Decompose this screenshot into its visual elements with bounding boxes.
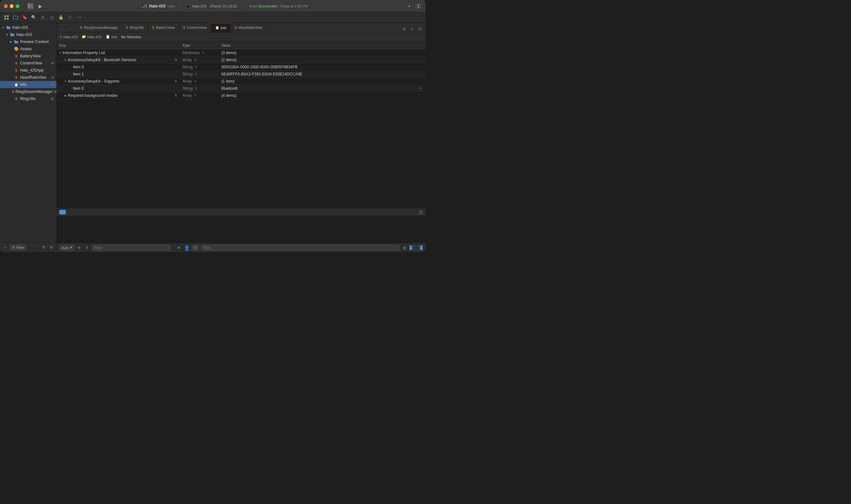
tab-back-button[interactable]: ‹ (59, 25, 66, 32)
build-time: Today at 1:56 PM (280, 4, 308, 8)
bottom-right-content (173, 216, 425, 243)
sidebar-item-contentview[interactable]: ▶ S ContentView M (0, 59, 56, 67)
type-stepper-5[interactable]: ⇅ (194, 86, 198, 91)
maximize-button[interactable] (16, 4, 19, 8)
breadcrumb-selection[interactable]: No Selection (121, 35, 141, 39)
search-icon[interactable]: 🔍 (30, 14, 38, 21)
sidebar-item-heartrateview[interactable]: ▶ S HeartRateView A (0, 74, 56, 81)
list-view-button[interactable]: ≡ (409, 25, 415, 32)
sidebar-item-info[interactable]: ▶ 📋 Info M (0, 81, 56, 88)
plist-row-item0-bt[interactable]: ▶ Item 0 String ⇅ 0000180A-0000-1000-800… (57, 64, 425, 71)
sidebar-item-preview-content[interactable]: ▶ Preview Content (0, 38, 56, 46)
key-stepper-1[interactable]: ⇅ (173, 57, 179, 62)
square-icon[interactable]: □ (66, 14, 74, 21)
plist-row-info-prop-list[interactable]: ▼ Information Property List Dictionary ⇅… (57, 49, 425, 56)
sidebar-item-root[interactable]: ▼ Halo-iOS (0, 24, 56, 31)
lock-icon[interactable]: 🔒 (57, 14, 65, 21)
run-button[interactable]: ▶ (36, 2, 44, 10)
add-button[interactable]: + (406, 3, 412, 10)
type-stepper-4[interactable]: ⇅ (193, 79, 198, 84)
scope-selector[interactable]: ⊙ Filter (10, 245, 26, 250)
type-stepper-1[interactable]: ⇅ (193, 58, 198, 62)
batteryview-label: BatteryView (20, 54, 55, 58)
screenshot-button[interactable]: ⊡ (419, 210, 423, 215)
breadcrumb-group[interactable]: 📁 Halo-iOS (82, 35, 102, 39)
tab-contentview[interactable]: S ContentView (179, 23, 211, 32)
breadcrumb-file[interactable]: 📋 Info (106, 35, 117, 39)
plist-row-bg-modes[interactable]: ▶ Required background modes ⇅ Array ⇅ (4… (57, 92, 425, 99)
svg-rect-7 (7, 15, 9, 17)
tab-info[interactable]: 📋 Info (211, 23, 231, 32)
tab-heartrateview-label: HeartRateView (238, 25, 263, 30)
split-right-button[interactable] (417, 245, 423, 251)
warning-icon[interactable]: ⚠ (39, 14, 47, 21)
auto-chevron: ▾ (70, 246, 72, 250)
split-view-button[interactable]: ⊡ (416, 25, 423, 32)
key-stepper-6[interactable]: ⇅ (173, 93, 179, 98)
sidebar-item-halo-ios-app[interactable]: ▶ S Halo_iOSApp (0, 67, 56, 74)
type-stepper-2[interactable]: ⇅ (194, 65, 198, 69)
tab-ringsessionmanager[interactable]: S RingSessionManager (76, 23, 122, 32)
grid-icon[interactable] (3, 14, 11, 21)
chevron-down-icon: ▼ (1, 25, 5, 30)
sidebar-item-ringutils[interactable]: ▶ S RingUtils M (0, 95, 56, 102)
tab-ringutils[interactable]: S RingUtils (122, 23, 148, 32)
key-stepper-4[interactable]: ⇅ (173, 79, 179, 84)
key-text-1: AccessorySetupKit - Bluetooth Services (68, 58, 173, 62)
value-text-1: (2 items) (221, 58, 236, 62)
sidebar-item-group[interactable]: ▼ Halo-iOS (0, 31, 56, 38)
expand-button[interactable]: ⊞ (48, 244, 54, 251)
bottom-left-content (57, 216, 173, 243)
row-chevron-4[interactable]: ▼ (63, 79, 68, 84)
value-stepper-5[interactable]: ⇅ (419, 86, 423, 91)
svg-rect-15 (418, 246, 420, 250)
info-badge: M (50, 83, 55, 87)
plist-row-supports[interactable]: ▼ AccessorySetupKit - Supports ⇅ Array ⇅… (57, 78, 425, 85)
tab-forward-button[interactable]: › (67, 25, 74, 32)
minimize-button[interactable] (10, 4, 14, 8)
svg-rect-12 (14, 41, 18, 43)
sidebar-item-assets[interactable]: ▶ 🎨 Assets (0, 46, 56, 53)
project-name: Halo-iOS (149, 4, 165, 8)
project-bc-icon: ⊙ (59, 35, 62, 39)
user-button[interactable]: 👤 (184, 245, 190, 251)
breadcrumb-project[interactable]: ⊙ Halo-iOS (59, 35, 78, 39)
trash-button[interactable]: 🗑 (402, 245, 407, 251)
close-button[interactable] (4, 4, 8, 8)
auto-scope-button[interactable]: Auto ▾ (59, 245, 74, 251)
plist-row-item0-bt2[interactable]: ▶ Item 0 String ⇅ Bluetooth ⇅ (57, 85, 425, 92)
filter-right-input[interactable] (201, 245, 400, 251)
tab-batteryview[interactable]: S BatteryView (148, 23, 179, 32)
sidebar-item-batteryview[interactable]: ▶ S BatteryView (0, 53, 56, 59)
key-text-5: Item 0 (73, 86, 179, 91)
filter-left-input[interactable] (92, 245, 171, 251)
row-chevron-1[interactable]: ▼ (63, 58, 68, 62)
options-icon[interactable]: ⋯ (75, 14, 83, 21)
folder-icon[interactable] (12, 14, 19, 21)
row-chevron-0[interactable]: ▼ (58, 51, 63, 55)
plist-row-item1-bt[interactable]: ▶ Item 1 String ⇅ 6E40FFF0-B5A3-F393-E0A… (57, 71, 425, 78)
diamond-icon[interactable]: ◇ (48, 14, 56, 21)
type-stepper-3[interactable]: ⇅ (194, 72, 198, 76)
filter-scope-right[interactable]: ⊙ (192, 245, 199, 251)
eye-button-right[interactable]: 👁 (176, 245, 182, 251)
sidebar-item-ringsessionmanager[interactable]: ▶ S RingSessionManager M (0, 88, 56, 95)
split-left-button[interactable] (409, 245, 415, 251)
refresh-button[interactable]: ⇄ (401, 25, 407, 32)
sidebar-bottombar: + ⊙ Filter ⇅ ⊞ (0, 242, 56, 252)
layout-button[interactable] (415, 3, 422, 10)
eye-button[interactable]: 👁 (76, 245, 82, 251)
sidebar-toggle-button[interactable] (27, 3, 34, 10)
scope-icon-right: ⊙ (194, 246, 197, 250)
sort-button[interactable]: ⇅ (40, 244, 47, 251)
plist-row-bt-services[interactable]: ▼ AccessorySetupKit - Bluetooth Services… (57, 56, 425, 64)
info-button[interactable]: ℹ (84, 245, 90, 251)
row-chevron-6[interactable]: ▶ (63, 93, 68, 98)
swift-icon-3: S (14, 68, 19, 73)
type-stepper-0[interactable]: ⇅ (201, 51, 206, 55)
add-file-button[interactable]: + (2, 244, 8, 251)
bookmark-icon[interactable]: 🔖 (21, 14, 29, 21)
tab-heartrateview[interactable]: S HeartRateView (231, 23, 266, 32)
contentview-label: ContentView (20, 61, 50, 66)
type-stepper-6[interactable]: ⇅ (193, 93, 198, 98)
